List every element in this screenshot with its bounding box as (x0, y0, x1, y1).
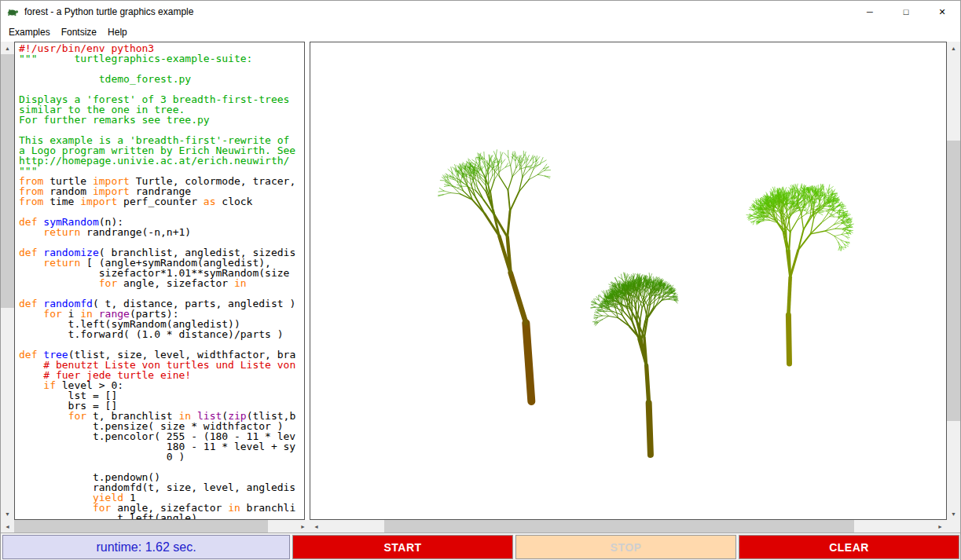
code-hscroll-thumb[interactable] (14, 520, 268, 533)
canvas-vscroll-track[interactable] (947, 54, 960, 507)
code-hscroll-track[interactable] (14, 520, 296, 533)
code-text[interactable]: #!/usr/bin/env python3""" turtlegraphics… (14, 42, 305, 520)
window-title: forest - a Python turtle graphics exampl… (24, 6, 852, 17)
menubar: Examples Fontsize Help (1, 23, 960, 42)
clear-button[interactable]: CLEAR (739, 535, 959, 559)
code-line: for angle, sizefactor in (19, 278, 304, 288)
menu-item-help[interactable]: Help (102, 24, 133, 40)
code-line: """ turtlegraphics-example-suite: (19, 53, 304, 64)
code-line: t.left(angle) (19, 513, 304, 520)
canvas-pane: ▲ ▼ ◄ ► (310, 42, 960, 533)
code-line: For further remarks see tree.py (19, 115, 304, 125)
canvas-vertical-scrollbar[interactable]: ▲ ▼ (947, 42, 960, 520)
main-area: ▲ ▼ #!/usr/bin/env python3""" turtlegrap… (1, 42, 960, 533)
canvas-vscroll-thumb[interactable] (947, 141, 960, 422)
menu-item-fontsize[interactable]: Fontsize (56, 24, 102, 40)
scroll-right-icon[interactable]: ► (296, 520, 310, 533)
code-vscroll-thumb[interactable] (1, 54, 14, 308)
stop-button[interactable]: STOP (515, 535, 736, 559)
runtime-label: runtime: 1.62 sec. (2, 535, 290, 559)
code-horizontal-scrollbar[interactable]: ◄ ► (1, 520, 310, 533)
maximize-button[interactable]: □ (888, 1, 924, 23)
start-button[interactable]: START (292, 535, 513, 559)
code-line: tdemo_forest.py (19, 74, 304, 84)
scrollbar-corner (947, 520, 960, 533)
scroll-right-icon[interactable]: ► (933, 520, 947, 533)
statusbar: runtime: 1.62 sec. START STOP CLEAR (1, 533, 960, 560)
app-window: forest - a Python turtle graphics exampl… (0, 0, 961, 560)
code-vertical-scrollbar[interactable]: ▲ ▼ (1, 42, 14, 520)
scroll-down-icon[interactable]: ▼ (947, 507, 960, 520)
scroll-up-icon[interactable]: ▲ (947, 42, 960, 54)
code-pane: ▲ ▼ #!/usr/bin/env python3""" turtlegrap… (1, 42, 310, 533)
close-button[interactable]: ✕ (924, 1, 960, 23)
window-controls: ─ □ ✕ (852, 1, 960, 23)
scroll-left-icon[interactable]: ◄ (1, 520, 14, 533)
canvas-hscroll-thumb[interactable] (384, 520, 854, 533)
menu-item-examples[interactable]: Examples (3, 24, 56, 40)
code-vscroll-track[interactable] (1, 54, 14, 507)
code-line: http://homepage.univie.ac.at/erich.neuwi… (19, 156, 304, 166)
code-line: 0 ) (19, 452, 304, 462)
app-icon (6, 5, 19, 18)
code-line: from time import perf_counter as clock (19, 196, 304, 207)
minimize-button[interactable]: ─ (852, 1, 888, 23)
scroll-down-icon[interactable]: ▼ (1, 507, 14, 520)
scroll-left-icon[interactable]: ◄ (310, 520, 323, 533)
forest-drawing (310, 42, 946, 519)
canvas-horizontal-scrollbar[interactable]: ◄ ► (310, 520, 947, 533)
code-line: return randrange(-n,n+1) (19, 227, 304, 237)
scroll-up-icon[interactable]: ▲ (1, 42, 14, 54)
code-line: t.forward( (1.0 * distance)/parts ) (19, 329, 304, 339)
turtle-canvas[interactable] (310, 42, 947, 520)
window-titlebar: forest - a Python turtle graphics exampl… (1, 1, 960, 23)
canvas-hscroll-track[interactable] (323, 520, 933, 533)
